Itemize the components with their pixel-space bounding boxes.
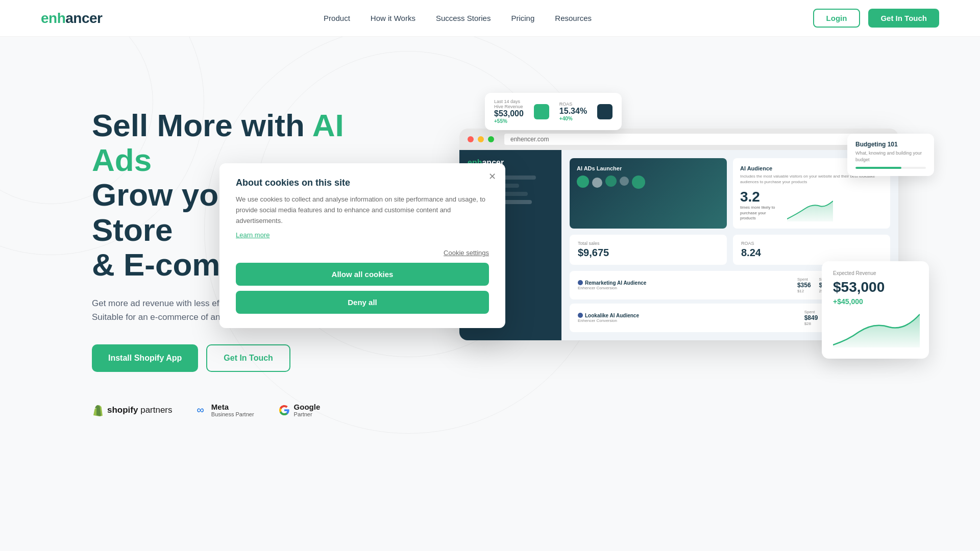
cookie-buttons: Allow all cookies Deny all bbox=[236, 263, 489, 314]
cookie-settings-link[interactable]: Cookie settings bbox=[444, 249, 489, 257]
cookie-overlay: ✕ About cookies on this site We use cook… bbox=[0, 0, 980, 551]
cookie-close-button[interactable]: ✕ bbox=[486, 170, 498, 183]
cookie-body-text: We use cookies to collect and analyse in… bbox=[236, 194, 489, 226]
cookie-actions-header: Cookie settings bbox=[236, 249, 489, 257]
cookie-dialog: ✕ About cookies on this site We use cook… bbox=[219, 163, 505, 328]
cookie-title: About cookies on this site bbox=[236, 178, 489, 188]
allow-all-cookies-button[interactable]: Allow all cookies bbox=[236, 263, 489, 286]
cookie-learn-more-link[interactable]: Learn more bbox=[236, 231, 489, 239]
deny-all-cookies-button[interactable]: Deny all bbox=[236, 291, 489, 314]
